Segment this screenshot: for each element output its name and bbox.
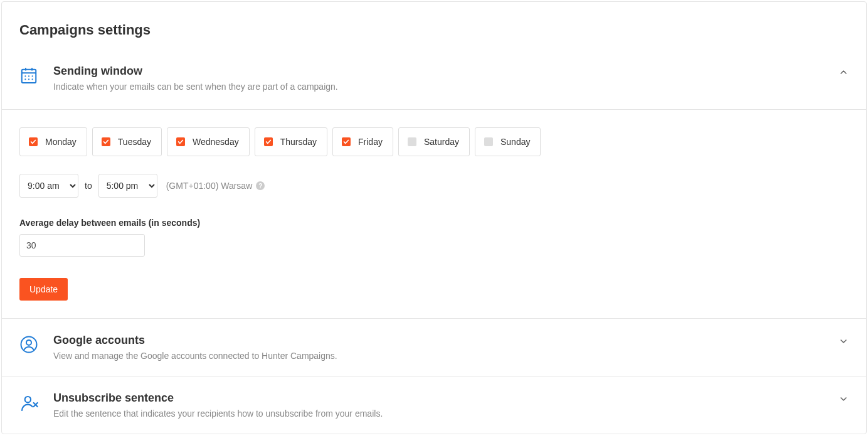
sending-window-title: Sending window [53,65,839,78]
checkbox-icon [408,137,416,146]
day-label: Tuesday [118,137,151,147]
svg-point-11 [26,340,31,345]
checkbox-icon [342,137,351,146]
days-row: MondayTuesdayWednesdayThursdayFridaySatu… [19,127,849,156]
checkbox-icon [176,137,185,146]
time-to-word: to [85,181,92,191]
sending-window-body: MondayTuesdayWednesdayThursdayFridaySatu… [2,109,866,318]
google-accounts-title: Google accounts [53,334,839,347]
svg-point-9 [32,78,33,80]
day-checkbox-monday[interactable]: Monday [19,127,87,156]
day-checkbox-sunday[interactable]: Sunday [475,127,541,156]
chevron-down-icon [839,392,849,404]
checkbox-icon [264,137,273,146]
timezone-label: (GMT+01:00) Warsaw ? [166,181,265,191]
day-label: Sunday [500,137,530,147]
day-label: Saturday [424,137,459,147]
day-checkbox-tuesday[interactable]: Tuesday [92,127,162,156]
delay-label: Average delay between emails (in seconds… [19,218,849,228]
page-title: Campaigns settings [2,2,866,53]
time-row: 9:00 am to 5:00 pm (GMT+01:00) Warsaw ? [19,174,849,198]
sending-window-description: Indicate when your emails can be sent wh… [53,82,839,92]
google-accounts-description: View and manage the Google accounts conn… [53,351,839,361]
timezone-text: (GMT+01:00) Warsaw [166,181,253,191]
checkbox-icon [484,137,493,146]
unsubscribe-title: Unsubscribe sentence [53,392,839,405]
checkbox-icon [29,137,38,146]
day-checkbox-thursday[interactable]: Thursday [255,127,327,156]
svg-point-7 [24,78,26,80]
svg-point-6 [32,75,33,77]
day-checkbox-saturday[interactable]: Saturday [398,127,470,156]
delay-input[interactable] [19,234,145,257]
help-icon[interactable]: ? [256,181,265,190]
user-icon [19,334,45,354]
time-to-select[interactable]: 5:00 pm [98,174,157,198]
checkbox-icon [102,137,110,146]
day-label: Thursday [280,137,317,147]
calendar-icon [19,65,45,85]
chevron-up-icon [839,65,849,77]
unsubscribe-description: Edit the sentence that indicates your re… [53,408,839,419]
update-button[interactable]: Update [19,278,68,301]
chevron-down-icon [839,334,849,346]
google-accounts-header[interactable]: Google accounts View and manage the Goog… [2,318,866,376]
day-checkbox-wednesday[interactable]: Wednesday [167,127,250,156]
svg-point-4 [24,75,26,77]
svg-point-5 [28,75,29,77]
day-label: Monday [45,137,77,147]
unsubscribe-header[interactable]: Unsubscribe sentence Edit the sentence t… [2,376,866,434]
user-remove-icon [19,392,45,413]
time-from-select[interactable]: 9:00 am [19,174,78,198]
settings-card: Campaigns settings Sending window Indica… [1,1,867,434]
sending-window-header[interactable]: Sending window Indicate when your emails… [2,53,866,109]
svg-point-8 [28,78,29,80]
day-label: Friday [358,137,383,147]
day-label: Wednesday [193,137,239,147]
svg-point-12 [25,397,31,402]
day-checkbox-friday[interactable]: Friday [332,127,393,156]
